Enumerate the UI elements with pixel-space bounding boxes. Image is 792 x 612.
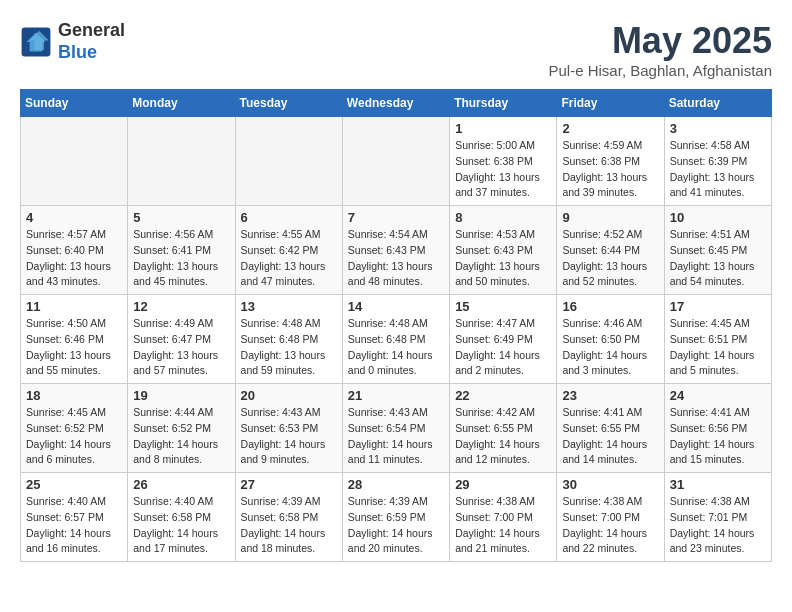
day-info: Sunrise: 4:58 AM Sunset: 6:39 PM Dayligh… <box>670 138 766 201</box>
calendar-week-row: 1Sunrise: 5:00 AM Sunset: 6:38 PM Daylig… <box>21 117 772 206</box>
calendar-day-cell: 23Sunrise: 4:41 AM Sunset: 6:55 PM Dayli… <box>557 384 664 473</box>
page-header: General Blue May 2025 Pul-e Hisar, Baghl… <box>20 20 772 79</box>
day-number: 3 <box>670 121 766 136</box>
logo-general: General <box>58 20 125 42</box>
day-number: 23 <box>562 388 658 403</box>
day-number: 25 <box>26 477 122 492</box>
calendar-day-cell: 13Sunrise: 4:48 AM Sunset: 6:48 PM Dayli… <box>235 295 342 384</box>
day-number: 7 <box>348 210 444 225</box>
calendar-day-cell: 4Sunrise: 4:57 AM Sunset: 6:40 PM Daylig… <box>21 206 128 295</box>
day-number: 21 <box>348 388 444 403</box>
day-info: Sunrise: 4:50 AM Sunset: 6:46 PM Dayligh… <box>26 316 122 379</box>
calendar-day-cell: 1Sunrise: 5:00 AM Sunset: 6:38 PM Daylig… <box>450 117 557 206</box>
calendar-header: SundayMondayTuesdayWednesdayThursdayFrid… <box>21 90 772 117</box>
day-info: Sunrise: 4:48 AM Sunset: 6:48 PM Dayligh… <box>241 316 337 379</box>
day-number: 4 <box>26 210 122 225</box>
day-info: Sunrise: 4:56 AM Sunset: 6:41 PM Dayligh… <box>133 227 229 290</box>
day-info: Sunrise: 5:00 AM Sunset: 6:38 PM Dayligh… <box>455 138 551 201</box>
calendar-day-cell: 27Sunrise: 4:39 AM Sunset: 6:58 PM Dayli… <box>235 473 342 562</box>
day-number: 29 <box>455 477 551 492</box>
calendar-day-cell: 10Sunrise: 4:51 AM Sunset: 6:45 PM Dayli… <box>664 206 771 295</box>
day-info: Sunrise: 4:51 AM Sunset: 6:45 PM Dayligh… <box>670 227 766 290</box>
day-info: Sunrise: 4:40 AM Sunset: 6:57 PM Dayligh… <box>26 494 122 557</box>
calendar-day-cell: 8Sunrise: 4:53 AM Sunset: 6:43 PM Daylig… <box>450 206 557 295</box>
day-number: 20 <box>241 388 337 403</box>
day-info: Sunrise: 4:46 AM Sunset: 6:50 PM Dayligh… <box>562 316 658 379</box>
day-info: Sunrise: 4:45 AM Sunset: 6:51 PM Dayligh… <box>670 316 766 379</box>
calendar-day-cell: 17Sunrise: 4:45 AM Sunset: 6:51 PM Dayli… <box>664 295 771 384</box>
day-number: 19 <box>133 388 229 403</box>
calendar-day-cell: 28Sunrise: 4:39 AM Sunset: 6:59 PM Dayli… <box>342 473 449 562</box>
calendar-day-cell: 7Sunrise: 4:54 AM Sunset: 6:43 PM Daylig… <box>342 206 449 295</box>
calendar-day-cell <box>235 117 342 206</box>
day-info: Sunrise: 4:42 AM Sunset: 6:55 PM Dayligh… <box>455 405 551 468</box>
calendar-day-cell: 16Sunrise: 4:46 AM Sunset: 6:50 PM Dayli… <box>557 295 664 384</box>
day-number: 16 <box>562 299 658 314</box>
calendar-day-cell: 24Sunrise: 4:41 AM Sunset: 6:56 PM Dayli… <box>664 384 771 473</box>
calendar-day-cell: 14Sunrise: 4:48 AM Sunset: 6:48 PM Dayli… <box>342 295 449 384</box>
logo-icon <box>20 26 52 58</box>
calendar-day-cell: 25Sunrise: 4:40 AM Sunset: 6:57 PM Dayli… <box>21 473 128 562</box>
calendar-day-cell: 3Sunrise: 4:58 AM Sunset: 6:39 PM Daylig… <box>664 117 771 206</box>
calendar-day-cell <box>342 117 449 206</box>
day-number: 17 <box>670 299 766 314</box>
day-number: 12 <box>133 299 229 314</box>
day-info: Sunrise: 4:45 AM Sunset: 6:52 PM Dayligh… <box>26 405 122 468</box>
day-info: Sunrise: 4:38 AM Sunset: 7:00 PM Dayligh… <box>562 494 658 557</box>
day-info: Sunrise: 4:53 AM Sunset: 6:43 PM Dayligh… <box>455 227 551 290</box>
calendar-week-row: 25Sunrise: 4:40 AM Sunset: 6:57 PM Dayli… <box>21 473 772 562</box>
day-number: 30 <box>562 477 658 492</box>
day-info: Sunrise: 4:55 AM Sunset: 6:42 PM Dayligh… <box>241 227 337 290</box>
day-number: 15 <box>455 299 551 314</box>
day-number: 8 <box>455 210 551 225</box>
day-number: 26 <box>133 477 229 492</box>
day-number: 31 <box>670 477 766 492</box>
weekday-header: Thursday <box>450 90 557 117</box>
logo: General Blue <box>20 20 125 63</box>
calendar-day-cell: 31Sunrise: 4:38 AM Sunset: 7:01 PM Dayli… <box>664 473 771 562</box>
day-number: 13 <box>241 299 337 314</box>
calendar-day-cell: 11Sunrise: 4:50 AM Sunset: 6:46 PM Dayli… <box>21 295 128 384</box>
calendar-day-cell: 19Sunrise: 4:44 AM Sunset: 6:52 PM Dayli… <box>128 384 235 473</box>
day-info: Sunrise: 4:38 AM Sunset: 7:00 PM Dayligh… <box>455 494 551 557</box>
calendar-day-cell: 29Sunrise: 4:38 AM Sunset: 7:00 PM Dayli… <box>450 473 557 562</box>
day-info: Sunrise: 4:43 AM Sunset: 6:53 PM Dayligh… <box>241 405 337 468</box>
day-number: 27 <box>241 477 337 492</box>
day-info: Sunrise: 4:40 AM Sunset: 6:58 PM Dayligh… <box>133 494 229 557</box>
calendar-day-cell: 20Sunrise: 4:43 AM Sunset: 6:53 PM Dayli… <box>235 384 342 473</box>
calendar-day-cell <box>21 117 128 206</box>
calendar-day-cell: 30Sunrise: 4:38 AM Sunset: 7:00 PM Dayli… <box>557 473 664 562</box>
weekday-header: Saturday <box>664 90 771 117</box>
calendar-day-cell: 6Sunrise: 4:55 AM Sunset: 6:42 PM Daylig… <box>235 206 342 295</box>
calendar-title: May 2025 <box>549 20 772 62</box>
weekday-header: Monday <box>128 90 235 117</box>
day-number: 24 <box>670 388 766 403</box>
calendar-day-cell: 12Sunrise: 4:49 AM Sunset: 6:47 PM Dayli… <box>128 295 235 384</box>
day-info: Sunrise: 4:39 AM Sunset: 6:59 PM Dayligh… <box>348 494 444 557</box>
calendar-day-cell: 21Sunrise: 4:43 AM Sunset: 6:54 PM Dayli… <box>342 384 449 473</box>
calendar-day-cell: 5Sunrise: 4:56 AM Sunset: 6:41 PM Daylig… <box>128 206 235 295</box>
day-number: 9 <box>562 210 658 225</box>
day-info: Sunrise: 4:52 AM Sunset: 6:44 PM Dayligh… <box>562 227 658 290</box>
day-number: 1 <box>455 121 551 136</box>
weekday-header: Friday <box>557 90 664 117</box>
day-info: Sunrise: 4:43 AM Sunset: 6:54 PM Dayligh… <box>348 405 444 468</box>
day-info: Sunrise: 4:41 AM Sunset: 6:56 PM Dayligh… <box>670 405 766 468</box>
calendar-location: Pul-e Hisar, Baghlan, Afghanistan <box>549 62 772 79</box>
day-info: Sunrise: 4:57 AM Sunset: 6:40 PM Dayligh… <box>26 227 122 290</box>
calendar-day-cell <box>128 117 235 206</box>
day-number: 28 <box>348 477 444 492</box>
day-info: Sunrise: 4:59 AM Sunset: 6:38 PM Dayligh… <box>562 138 658 201</box>
calendar-week-row: 4Sunrise: 4:57 AM Sunset: 6:40 PM Daylig… <box>21 206 772 295</box>
calendar-day-cell: 15Sunrise: 4:47 AM Sunset: 6:49 PM Dayli… <box>450 295 557 384</box>
logo-blue: Blue <box>58 42 125 64</box>
day-number: 6 <box>241 210 337 225</box>
day-number: 5 <box>133 210 229 225</box>
day-number: 10 <box>670 210 766 225</box>
calendar-day-cell: 26Sunrise: 4:40 AM Sunset: 6:58 PM Dayli… <box>128 473 235 562</box>
day-info: Sunrise: 4:38 AM Sunset: 7:01 PM Dayligh… <box>670 494 766 557</box>
day-info: Sunrise: 4:47 AM Sunset: 6:49 PM Dayligh… <box>455 316 551 379</box>
calendar-week-row: 18Sunrise: 4:45 AM Sunset: 6:52 PM Dayli… <box>21 384 772 473</box>
weekday-header: Wednesday <box>342 90 449 117</box>
weekday-header-row: SundayMondayTuesdayWednesdayThursdayFrid… <box>21 90 772 117</box>
